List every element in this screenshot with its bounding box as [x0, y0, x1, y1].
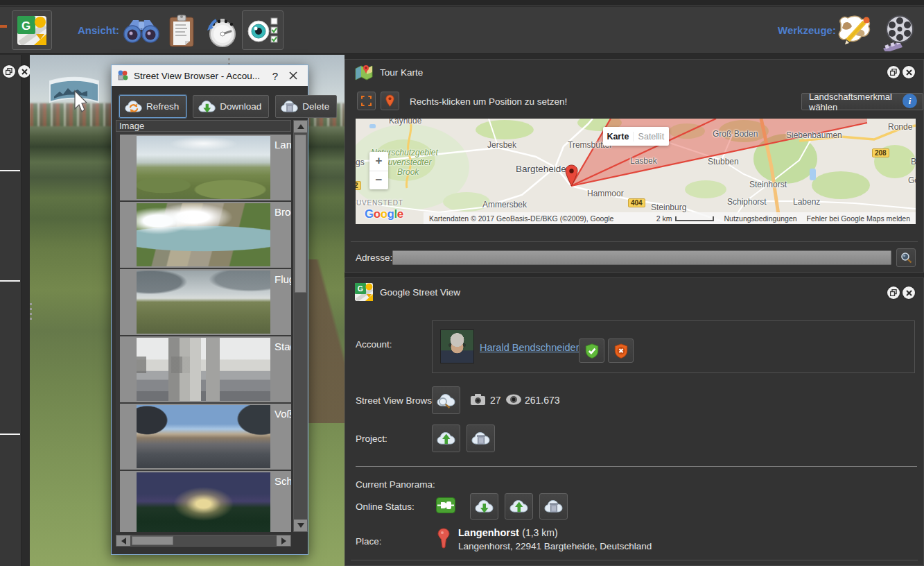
cloud-search-icon [435, 391, 457, 409]
adresse-label: Adresse: [356, 252, 392, 263]
horizontal-scrollbar-thumb[interactable] [132, 536, 173, 545]
float-window-icon [890, 289, 897, 296]
left-dock-strip [0, 55, 21, 566]
map-position-marker[interactable] [565, 164, 578, 187]
preview-checklist-button[interactable] [242, 10, 284, 50]
place-pin-icon [437, 528, 450, 549]
panorama-thumbnail [137, 136, 270, 199]
cloud-upload-icon [435, 429, 457, 447]
scroll-up-button[interactable] [294, 121, 307, 132]
street-view-header: G Google Street View [345, 278, 923, 306]
list-item[interactable]: Flug [120, 269, 291, 335]
google-map-canvas[interactable]: Kayhude Jersbek Tremsbüttel Bargteheide … [356, 119, 916, 224]
google-logo[interactable]: Google [365, 207, 403, 221]
panorama-thumbnail [137, 203, 270, 266]
list-item[interactable]: Voßl [120, 404, 291, 470]
dialog-close-button[interactable] [284, 71, 302, 80]
account-name-link[interactable]: Harald Bendschneider [480, 342, 579, 353]
account-verified-button[interactable] [579, 338, 604, 363]
cloud-trash-icon [470, 429, 492, 447]
timer-stopwatch-icon[interactable] [205, 15, 238, 51]
up-arrow-icon [297, 124, 304, 129]
search-icon [900, 252, 912, 264]
map-label: gs [356, 157, 365, 167]
panel-bottom-divider [351, 560, 918, 560]
set-position-button[interactable] [381, 92, 399, 110]
photo-count-icon [470, 393, 486, 406]
clipboard-list-icon[interactable] [169, 15, 194, 51]
map-hint-text: Rechts-klicken um Position zu setzen! [410, 96, 567, 107]
right-arrow-icon [281, 538, 286, 544]
map-edit-tool-icon[interactable] [835, 14, 875, 50]
panorama-upload-button[interactable] [505, 493, 533, 520]
map-attribution-bar: Kartendaten © 2017 GeoBasis-DE/BKG (©200… [424, 212, 916, 224]
open-browser-button[interactable] [432, 386, 460, 414]
pano-panel-float-button[interactable] [3, 65, 15, 78]
panorama-delete-button[interactable] [539, 493, 568, 520]
refresh-button[interactable]: Refresh [119, 95, 186, 118]
image-column-header[interactable]: Image [116, 120, 291, 132]
vertical-scrollbar[interactable] [293, 120, 308, 532]
map-report-link[interactable]: Fehler bei Google Maps melden [807, 214, 910, 223]
left-arrow-icon [121, 538, 126, 544]
panorama-name: Schl [274, 475, 291, 487]
adresse-search-button[interactable] [896, 248, 916, 267]
tour-karte-close-button[interactable] [903, 66, 915, 78]
list-item[interactable]: Schl [120, 471, 291, 532]
tour-karte-float-button[interactable] [887, 66, 900, 78]
project-delete-button[interactable] [467, 424, 495, 452]
scroll-down-button[interactable] [294, 520, 307, 531]
info-icon[interactable]: i [903, 94, 917, 108]
delete-button[interactable]: Delete [275, 95, 337, 118]
close-icon [21, 69, 28, 75]
scroll-right-button[interactable] [277, 535, 290, 546]
map-copyright: Kartendaten © 2017 GeoBasis-DE/BKG (©200… [429, 214, 647, 223]
map-zoom-out-button[interactable]: − [369, 171, 388, 190]
dock-separator [0, 434, 20, 435]
photo-count-value: 27 [490, 395, 501, 406]
download-label: Download [220, 101, 261, 112]
map-fullscreen-button[interactable] [357, 92, 376, 110]
dialog-titlebar[interactable]: Street View Browser - Accou... ? [112, 65, 308, 86]
panorama-mode-overlay-icon [46, 74, 103, 117]
pano-panel-close-button[interactable] [18, 65, 30, 78]
scroll-left-button[interactable] [116, 535, 130, 546]
account-logout-button[interactable] [608, 338, 634, 363]
dialog-title: Street View Browser - Accou... [134, 71, 266, 81]
map-type-satellit-button[interactable]: Satellit [634, 132, 669, 142]
adresse-input[interactable] [392, 250, 891, 265]
online-status-label: Online Status: [356, 501, 415, 512]
horizontal-scrollbar[interactable] [116, 535, 291, 547]
panorama-name: Broo [274, 206, 291, 218]
street-view-close-button[interactable] [903, 286, 915, 299]
views-count-icon [505, 394, 522, 405]
map-label: Kayhude [389, 119, 421, 126]
list-item[interactable]: Broo [120, 202, 291, 268]
google-street-view-logo-icon: G [17, 16, 46, 45]
map-zoom-in-button[interactable]: + [369, 152, 388, 171]
list-item[interactable]: Lang [120, 135, 291, 200]
street-view-mode-button[interactable]: G [12, 10, 52, 50]
panorama-thumbnail [137, 271, 270, 334]
float-window-icon [890, 69, 897, 76]
download-button[interactable]: Download [193, 95, 269, 118]
left-dock-gap [21, 55, 30, 566]
list-item[interactable]: Stad [120, 336, 291, 402]
map-label: Lasbek [630, 156, 657, 166]
down-arrow-icon [297, 523, 304, 528]
search-binoculars-icon[interactable] [122, 16, 161, 48]
dialog-help-button[interactable]: ? [266, 70, 284, 82]
float-window-icon [6, 68, 12, 75]
panorama-download-button[interactable] [470, 493, 498, 520]
scale-bar [675, 216, 714, 221]
map-terms-link[interactable]: Nutzungsbedingungen [724, 214, 796, 223]
street-view-float-button[interactable] [887, 286, 900, 299]
pano-splitter-handle[interactable] [30, 303, 32, 320]
dock-separator [0, 280, 20, 282]
vertical-scrollbar-thumb[interactable] [295, 135, 306, 293]
panorama-thumbnail [137, 338, 270, 401]
project-upload-button[interactable] [432, 424, 460, 452]
film-reel-icon[interactable] [879, 14, 918, 54]
splitter-dots-top[interactable] [228, 58, 230, 65]
map-type-karte-button[interactable]: Karte [603, 132, 634, 142]
